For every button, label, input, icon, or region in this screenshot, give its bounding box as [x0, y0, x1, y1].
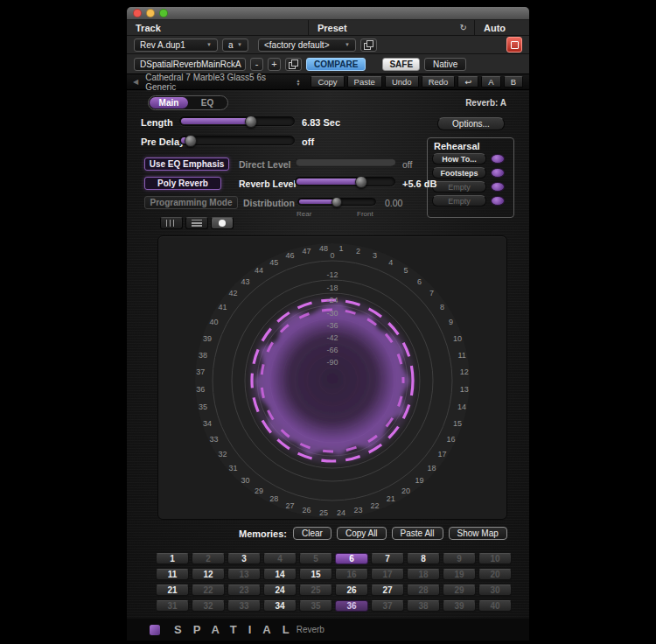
memory-slot-40[interactable]: 40 [478, 600, 512, 612]
memory-slot-17[interactable]: 17 [371, 569, 404, 580]
distribution-slider[interactable] [297, 198, 376, 206]
preset-cycle-icon[interactable]: ↻ [460, 24, 467, 32]
memory-slot-30[interactable]: 30 [478, 584, 512, 596]
copy-ab-button[interactable]: ↩ [457, 76, 478, 88]
memory-slot-3[interactable]: 3 [227, 553, 261, 564]
preset-increment-button[interactable]: + [268, 58, 281, 71]
memory-slot-10[interactable]: 10 [478, 553, 512, 564]
preset-selector[interactable]: <factory default> ▼ [258, 38, 356, 52]
options-button[interactable]: Options... [437, 117, 505, 130]
memory-slot-5[interactable]: 5 [299, 553, 332, 564]
memory-slot-20[interactable]: 20 [478, 569, 512, 580]
memory-slot-23[interactable]: 23 [227, 584, 261, 596]
memory-slot-24[interactable]: 24 [263, 584, 297, 596]
rehearsal-item-3-button[interactable]: Empty [432, 181, 486, 192]
memory-slot-21[interactable]: 21 [156, 584, 189, 596]
distribution-slider-knob[interactable] [331, 197, 342, 207]
length-slider-knob[interactable] [245, 116, 257, 128]
view-mode-circle-button[interactable] [211, 217, 234, 229]
current-setting-name[interactable]: Cathedral 7 Marble3 Glass5 6s Generic [145, 73, 286, 92]
speaker-icon[interactable] [491, 196, 505, 206]
reverb-level-slider-knob[interactable] [355, 176, 367, 188]
memory-slot-14[interactable]: 14 [263, 569, 297, 580]
memory-slot-27[interactable]: 27 [371, 584, 404, 596]
preset-save-button[interactable] [285, 58, 302, 71]
memory-slot-38[interactable]: 38 [407, 600, 440, 612]
librarian-button[interactable] [360, 38, 377, 52]
memory-slot-39[interactable]: 39 [443, 600, 476, 612]
reverb-level-slider[interactable] [295, 177, 395, 186]
automation-enable-button[interactable] [506, 37, 522, 52]
memory-slot-13[interactable]: 13 [227, 569, 261, 580]
memory-slot-15[interactable]: 15 [299, 569, 332, 580]
use-eq-emphasis-button[interactable]: Use EQ Emphasis [144, 158, 229, 171]
safe-button[interactable]: SAFE [382, 58, 420, 71]
memory-slot-35[interactable]: 35 [299, 600, 332, 612]
rehearsal-item-4-button[interactable]: Empty [432, 195, 486, 206]
view-mode-lines-button[interactable] [185, 217, 208, 229]
tab-main[interactable]: Main [150, 97, 188, 108]
playlist-selector[interactable]: a ▼ [222, 38, 248, 52]
clear-button[interactable]: Clear [293, 527, 331, 540]
memory-slot-19[interactable]: 19 [443, 569, 476, 580]
pre-delay-slider[interactable] [179, 136, 295, 145]
undo-button[interactable]: Undo [385, 76, 419, 88]
memory-slot-2[interactable]: 2 [192, 553, 225, 564]
memory-slot-18[interactable]: 18 [407, 569, 440, 580]
processing-mode-selector[interactable]: Native [424, 58, 466, 71]
memory-slot-9[interactable]: 9 [443, 553, 476, 564]
memory-slot-8[interactable]: 8 [407, 553, 440, 564]
paste-all-button[interactable]: Paste All [392, 527, 443, 540]
plugin-selector[interactable]: DSpatialReverbMainRckA ▼ [134, 58, 246, 71]
slot-a-button[interactable]: A [481, 76, 500, 88]
slot-b-button[interactable]: B [504, 76, 523, 88]
memory-slot-22[interactable]: 22 [192, 584, 225, 596]
memory-slot-6[interactable]: 6 [335, 553, 368, 564]
close-button[interactable] [133, 9, 142, 18]
setting-spinner[interactable]: ▲▼ [296, 79, 300, 86]
radar-display[interactable]: 0-12-18-24-30-36-42-66-90 12345678910111… [158, 236, 506, 519]
spinner-down-icon[interactable]: ▼ [296, 82, 300, 86]
zoom-button[interactable] [159, 9, 168, 18]
memory-slot-31[interactable]: 31 [156, 600, 189, 612]
direct-level-slider[interactable] [295, 158, 395, 167]
memory-slot-12[interactable]: 12 [192, 569, 225, 580]
compare-button[interactable]: COMPARE [306, 58, 366, 71]
track-selector[interactable]: Rev A.dup1 ▼ [134, 38, 218, 52]
rehearsal-item-2-button[interactable]: Footsteps [432, 167, 486, 178]
memory-slot-25[interactable]: 25 [299, 584, 332, 596]
memory-slot-33[interactable]: 33 [227, 600, 261, 612]
memory-slot-16[interactable]: 16 [335, 569, 368, 580]
memory-slot-34[interactable]: 34 [263, 600, 297, 612]
poly-reverb-button[interactable]: Poly Reverb [144, 177, 221, 190]
speaker-icon[interactable] [491, 168, 505, 178]
memory-slot-1[interactable]: 1 [156, 553, 189, 564]
tab-eq[interactable]: EQ [188, 97, 227, 108]
memory-slot-4[interactable]: 4 [263, 553, 297, 564]
preset-decrement-button[interactable]: - [250, 58, 263, 71]
memory-slot-26[interactable]: 26 [335, 584, 368, 596]
redo-button[interactable]: Redo [422, 76, 456, 88]
speaker-icon[interactable] [491, 182, 505, 192]
memory-slot-11[interactable]: 11 [156, 569, 189, 580]
memory-slot-32[interactable]: 32 [192, 600, 225, 612]
copy-button[interactable]: Copy [311, 76, 344, 88]
memory-slot-28[interactable]: 28 [407, 584, 440, 596]
rehearsal-item-1-button[interactable]: How To... [432, 153, 486, 164]
view-mode-bars-button[interactable] [160, 217, 183, 229]
memory-slot-37[interactable]: 37 [371, 600, 404, 612]
copy-all-button[interactable]: Copy All [337, 527, 387, 540]
paste-button[interactable]: Paste [347, 76, 382, 88]
length-slider[interactable] [179, 116, 295, 126]
pre-delay-slider-knob[interactable] [185, 135, 197, 147]
memory-slot-36[interactable]: 36 [335, 600, 368, 612]
preset-selector-value: <factory default> [264, 40, 330, 50]
show-map-button[interactable]: Show Map [449, 527, 507, 540]
memory-slot-29[interactable]: 29 [443, 584, 476, 596]
minimize-button[interactable] [146, 9, 155, 18]
speaker-icon[interactable] [491, 154, 505, 164]
collapse-triangle-icon[interactable]: ◀ [133, 78, 138, 86]
programming-mode-button[interactable]: Programming Mode [144, 196, 238, 209]
memory-slot-7[interactable]: 7 [371, 553, 404, 564]
window-titlebar[interactable] [127, 7, 529, 20]
